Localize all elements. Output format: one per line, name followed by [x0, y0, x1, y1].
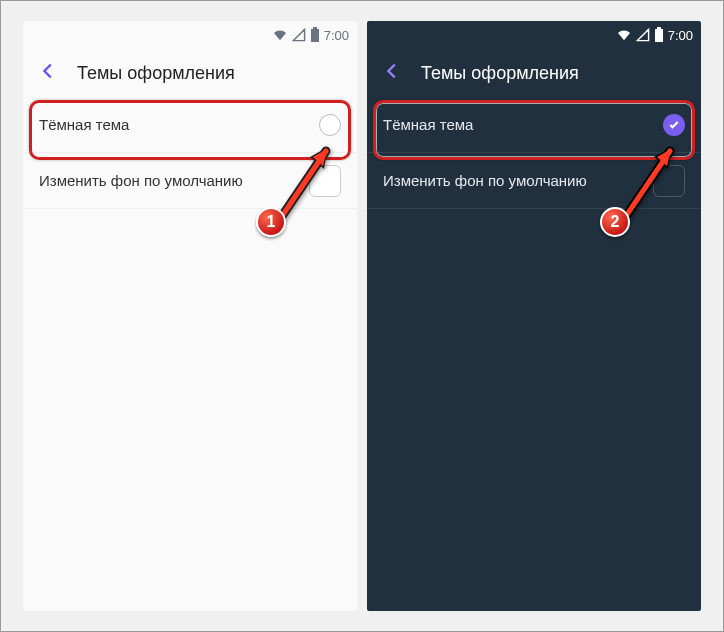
svg-rect-3	[657, 27, 661, 29]
change-background-label: Изменить фон по умолчанию	[383, 172, 587, 189]
phone-screen-dark: 7:00 Темы оформления Тёмная тема Изменит…	[367, 21, 701, 611]
app-bar: Темы оформления	[367, 49, 701, 97]
battery-icon	[654, 27, 664, 43]
back-icon[interactable]	[37, 60, 59, 87]
background-thumbnail[interactable]	[309, 165, 341, 197]
change-background-row[interactable]: Изменить фон по умолчанию	[23, 153, 357, 209]
page-title: Темы оформления	[421, 63, 579, 84]
back-icon[interactable]	[381, 60, 403, 87]
dark-theme-label: Тёмная тема	[39, 116, 129, 133]
svg-rect-1	[313, 27, 317, 29]
page-title: Темы оформления	[77, 63, 235, 84]
status-bar: 7:00	[367, 21, 701, 49]
status-bar: 7:00	[23, 21, 357, 49]
dark-theme-toggle-on[interactable]	[663, 114, 685, 136]
dark-theme-label: Тёмная тема	[383, 116, 473, 133]
svg-rect-2	[655, 29, 663, 42]
dark-theme-row[interactable]: Тёмная тема	[23, 97, 357, 153]
phone-screen-light: 7:00 Темы оформления Тёмная тема Изменит…	[23, 21, 357, 611]
svg-rect-0	[311, 29, 319, 42]
background-thumbnail[interactable]	[653, 165, 685, 197]
wifi-icon	[272, 28, 288, 42]
status-time: 7:00	[668, 28, 693, 43]
annotation-badge-1: 1	[256, 207, 286, 237]
dark-theme-row[interactable]: Тёмная тема	[367, 97, 701, 153]
battery-icon	[310, 27, 320, 43]
signal-icon	[292, 28, 306, 42]
wifi-icon	[616, 28, 632, 42]
status-time: 7:00	[324, 28, 349, 43]
app-bar: Темы оформления	[23, 49, 357, 97]
change-background-label: Изменить фон по умолчанию	[39, 172, 243, 189]
signal-icon	[636, 28, 650, 42]
change-background-row[interactable]: Изменить фон по умолчанию	[367, 153, 701, 209]
dark-theme-toggle-off[interactable]	[319, 114, 341, 136]
annotation-badge-2: 2	[600, 207, 630, 237]
